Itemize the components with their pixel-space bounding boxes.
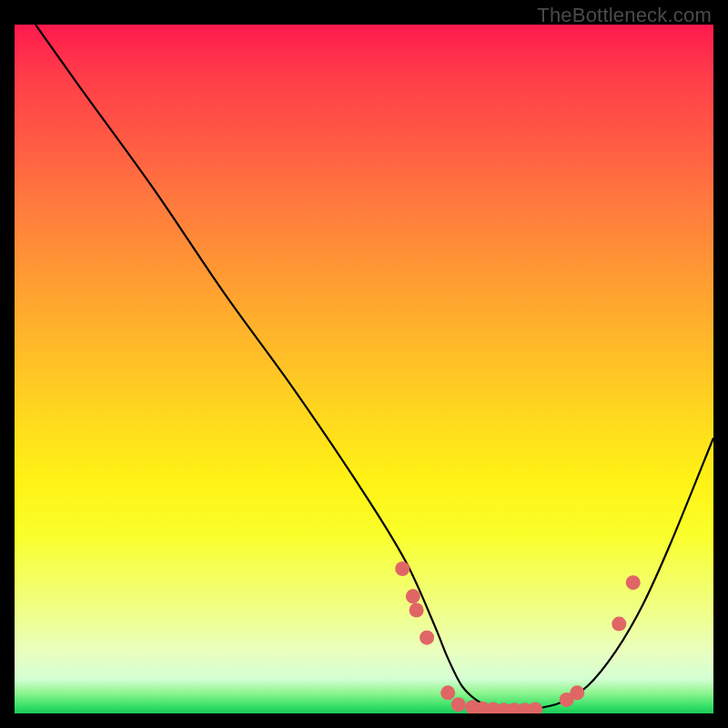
bottleneck-curve: [35, 25, 713, 710]
data-marker: [626, 575, 641, 590]
data-marker: [612, 617, 626, 632]
data-marker: [395, 561, 410, 576]
data-marker: [410, 603, 424, 618]
data-marker: [406, 589, 420, 603]
marker-layer: [395, 561, 641, 713]
curve-layer: [35, 25, 713, 710]
data-marker: [570, 685, 584, 700]
data-marker: [451, 697, 466, 712]
data-marker: [528, 703, 542, 714]
data-marker: [440, 685, 455, 700]
data-marker: [420, 631, 434, 645]
bottleneck-chart-svg: [15, 25, 713, 713]
